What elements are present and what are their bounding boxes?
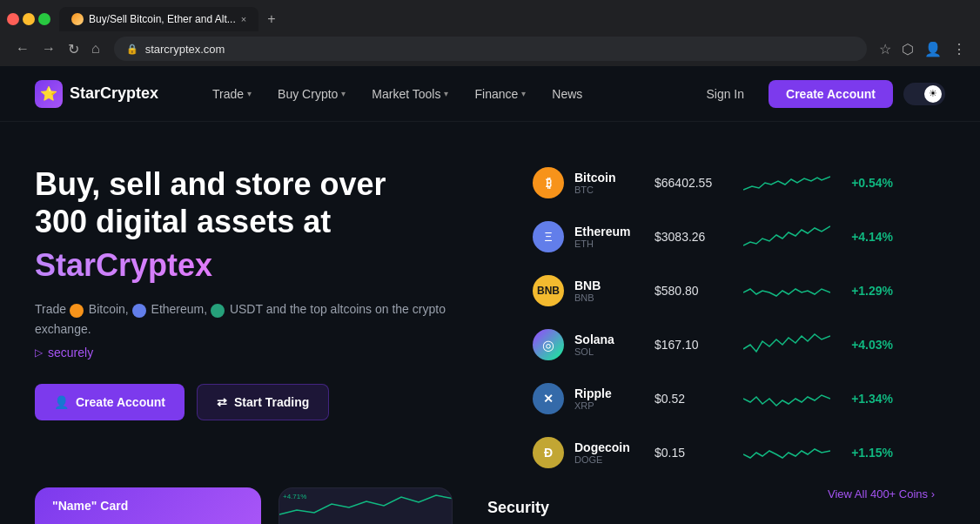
- xrp-symbol: XRP: [574, 400, 644, 411]
- url-bar[interactable]: 🔒 starcryptex.com: [114, 37, 867, 61]
- new-tab-button[interactable]: +: [262, 10, 280, 29]
- browser-chrome: Buy/Sell Bitcoin, Ether and Alt... × + ←…: [0, 0, 980, 66]
- security-label: Security: [487, 499, 549, 517]
- logo[interactable]: ⭐ StarCryptex: [35, 80, 158, 108]
- chevron-down-icon: ▾: [247, 89, 252, 98]
- menu-button[interactable]: ⋮: [949, 37, 970, 61]
- btc-chart: [743, 165, 830, 200]
- extensions-button[interactable]: ⬡: [898, 37, 917, 61]
- doge-name: Dogecoin: [574, 440, 644, 454]
- sign-in-button[interactable]: Sign In: [692, 80, 758, 108]
- nav-market-tools[interactable]: Market Tools ▾: [361, 82, 459, 106]
- trade-icon: ⇄: [217, 395, 227, 409]
- start-trading-button[interactable]: ⇄ Start Trading: [197, 384, 329, 420]
- bnb-name: BNB: [574, 279, 644, 292]
- tab-favicon: [71, 13, 84, 25]
- doge-price: $0.15: [654, 446, 733, 460]
- minimize-window-button[interactable]: [23, 13, 35, 25]
- bnb-price: $580.80: [654, 284, 733, 298]
- nav-news[interactable]: News: [541, 82, 593, 106]
- back-button[interactable]: ←: [10, 37, 35, 61]
- forward-button[interactable]: →: [37, 37, 61, 61]
- logo-icon: ⭐: [35, 80, 63, 108]
- usdt-coin-icon: [211, 304, 225, 318]
- chart-card-preview: +4.71%: [279, 487, 453, 524]
- btc-icon: ₿: [533, 167, 564, 198]
- security-preview: Security: [470, 487, 567, 524]
- bnb-icon: BNB: [533, 275, 564, 306]
- navbar: ⭐ StarCryptex Trade ▾ Buy Crypto ▾ Marke…: [0, 66, 980, 122]
- eth-change: +4.14%: [841, 230, 893, 244]
- name-card-preview: "Name" Card: [35, 487, 261, 524]
- btc-name: Bitcoin: [574, 171, 644, 185]
- sol-symbol: SOL: [574, 346, 644, 357]
- eth-coin-icon: [132, 304, 146, 318]
- nav-buy-crypto[interactable]: Buy Crypto ▾: [267, 82, 356, 106]
- shield-icon: ▷: [35, 346, 43, 359]
- lock-icon: 🔒: [126, 44, 138, 55]
- doge-change: +1.15%: [841, 446, 893, 460]
- hero-left: Buy, sell and store over 300 digital ass…: [35, 157, 487, 524]
- eth-chart: [743, 219, 830, 254]
- bnb-chart: [743, 273, 830, 308]
- chevron-down-icon: ▾: [341, 89, 346, 98]
- hero-section: Buy, sell and store over 300 digital ass…: [0, 122, 980, 524]
- create-account-nav-button[interactable]: Create Account: [769, 80, 893, 108]
- crypto-prices-panel: ₿ Bitcoin BTC $66402.55 +0.54% Ξ: [522, 157, 945, 524]
- user-icon: 👤: [54, 395, 69, 409]
- toolbar-icons: ☆ ⬡ 👤 ⋮: [876, 37, 970, 61]
- eth-symbol: ETH: [574, 238, 644, 249]
- btc-price: $66402.55: [654, 176, 733, 190]
- hero-action-buttons: 👤 Create Account ⇄ Start Trading: [35, 384, 487, 420]
- tab-close-button[interactable]: ×: [241, 14, 246, 24]
- btc-info: Bitcoin BTC: [574, 171, 644, 195]
- crypto-row-btc[interactable]: ₿ Bitcoin BTC $66402.55 +0.54%: [522, 157, 945, 209]
- eth-name: Ethereum: [574, 225, 644, 238]
- bnb-info: BNB BNB: [574, 279, 644, 303]
- doge-icon: Ð: [533, 437, 564, 468]
- nav-trade[interactable]: Trade ▾: [202, 82, 262, 106]
- crypto-row-bnb[interactable]: BNB BNB BNB $580.80 +1.29%: [522, 265, 945, 317]
- nav-actions: Sign In Create Account ☀: [692, 80, 945, 108]
- nav-buttons: ← → ↻ ⌂: [10, 37, 105, 61]
- bookmark-button[interactable]: ☆: [876, 37, 895, 61]
- sol-change: +4.03%: [841, 338, 893, 352]
- bottom-preview-section: "Name" Card +4.71% Security: [0, 487, 980, 524]
- home-button[interactable]: ⌂: [86, 37, 105, 61]
- reload-button[interactable]: ↻: [63, 37, 84, 61]
- hero-brand-name: StarCryptex: [35, 247, 487, 284]
- tab-bar: Buy/Sell Bitcoin, Ether and Alt... × +: [0, 0, 980, 31]
- address-bar: ← → ↻ ⌂ 🔒 starcryptex.com ☆ ⬡ 👤 ⋮: [0, 31, 980, 66]
- nav-finance[interactable]: Finance ▾: [464, 82, 536, 106]
- doge-symbol: DOGE: [574, 454, 644, 465]
- logo-text: StarCryptex: [70, 84, 158, 103]
- crypto-row-eth[interactable]: Ξ Ethereum ETH $3083.26 +4.14%: [522, 211, 945, 263]
- eth-price: $3083.26: [654, 230, 733, 244]
- profile-button[interactable]: 👤: [921, 37, 945, 61]
- crypto-row-doge[interactable]: Ð Dogecoin DOGE $0.15 +1.15%: [522, 427, 945, 479]
- maximize-window-button[interactable]: [38, 13, 50, 25]
- hero-title-line1: Buy, sell and store over 300 digital ass…: [35, 165, 487, 240]
- btc-symbol: BTC: [574, 185, 644, 195]
- active-tab[interactable]: Buy/Sell Bitcoin, Ether and Alt... ×: [59, 7, 258, 31]
- btc-change: +0.54%: [841, 176, 893, 190]
- close-window-button[interactable]: [7, 13, 19, 25]
- theme-toggle-button[interactable]: ☀: [903, 83, 945, 105]
- eth-info: Ethereum ETH: [574, 225, 644, 249]
- crypto-row-xrp[interactable]: ✕ Ripple XRP $0.52 +1.34%: [522, 373, 945, 425]
- doge-info: Dogecoin DOGE: [574, 440, 644, 465]
- theme-toggle-dot: ☀: [924, 85, 942, 103]
- svg-text:+4.71%: +4.71%: [283, 493, 306, 500]
- btc-coin-icon: [70, 304, 84, 318]
- sol-chart: [743, 327, 830, 362]
- eth-icon: Ξ: [533, 221, 564, 252]
- secure-link[interactable]: ▷ securely: [35, 346, 487, 359]
- crypto-row-sol[interactable]: ◎ Solana SOL $167.10 +4.03%: [522, 319, 945, 371]
- sol-info: Solana SOL: [574, 333, 644, 357]
- hero-description: Trade Bitcoin, Ethereum, USDT and the to…: [35, 299, 487, 339]
- window-controls: [7, 13, 50, 25]
- sol-price: $167.10: [654, 338, 733, 352]
- create-account-hero-button[interactable]: 👤 Create Account: [35, 384, 185, 420]
- sol-name: Solana: [574, 333, 644, 346]
- doge-chart: [743, 435, 830, 470]
